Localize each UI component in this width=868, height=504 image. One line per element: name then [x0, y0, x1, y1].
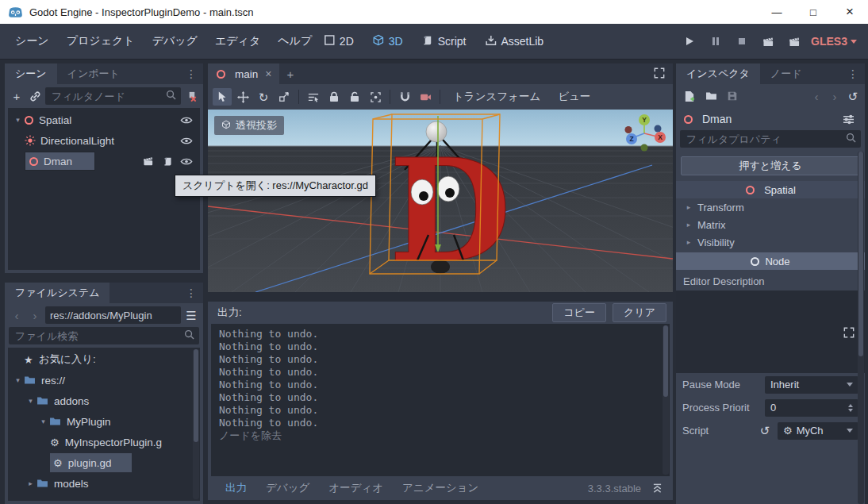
transform-menu[interactable]: トランスフォーム [445, 87, 548, 106]
visibility-eye-icon[interactable] [179, 111, 194, 129]
property-filter-input[interactable] [685, 133, 846, 146]
lock-button[interactable] [325, 88, 344, 106]
add-node-button[interactable]: + [9, 87, 25, 105]
split-mode-icon[interactable]: ☰ [183, 306, 199, 324]
workspace-2d[interactable]: 2D [325, 35, 354, 48]
list-select-button[interactable] [304, 88, 323, 106]
visibility-eye-icon[interactable] [179, 132, 194, 149]
fs-item-favorites[interactable]: ★ お気に入り: [8, 349, 200, 370]
projection-button[interactable]: 透視投影 [214, 116, 284, 135]
expand-icon[interactable]: ▸ [25, 479, 36, 487]
history-back-icon[interactable]: ‹ [808, 87, 824, 105]
fs-item-models[interactable]: ▸ models [8, 473, 200, 494]
menu-editor[interactable]: エディタ [206, 29, 269, 53]
tab-filesystem[interactable]: ファイルシステム [5, 283, 109, 303]
copy-button[interactable]: コピー [552, 303, 606, 322]
renderer-dropdown[interactable]: GLES3 [811, 35, 857, 48]
rotate-tool-button[interactable]: ↻ [254, 88, 273, 106]
section-visibility[interactable]: ▸ Visibility [676, 233, 865, 251]
revert-icon[interactable]: ↺ [757, 422, 773, 440]
expand-viewport-icon[interactable] [646, 67, 673, 81]
save-resource-button[interactable] [723, 87, 742, 105]
selected-node-box[interactable]: Dman [25, 152, 95, 171]
unlock-button[interactable] [345, 88, 364, 106]
camera-preview-button[interactable] [416, 88, 435, 106]
tab-scene[interactable]: シーン [5, 63, 57, 84]
scene-node-spatial[interactable]: ▾ Spatial [8, 110, 200, 130]
selected-file-box[interactable]: ⚙ plugin.gd [50, 453, 132, 472]
group-button[interactable] [366, 88, 385, 106]
dock-menu-icon[interactable]: ⋮ [841, 67, 865, 80]
menu-debug[interactable]: デバッグ [144, 29, 206, 53]
process-priority-spinbox[interactable]: 0 [765, 399, 858, 417]
stop-button[interactable] [732, 33, 751, 50]
fs-item-myplugin[interactable]: ▾ MyPlugin [8, 411, 200, 432]
menu-help[interactable]: ヘルプ [269, 29, 321, 53]
section-matrix[interactable]: ▸ Matrix [676, 216, 865, 233]
pause-button[interactable] [706, 33, 725, 50]
collapse-icon[interactable]: ▾ [37, 417, 49, 425]
new-resource-button[interactable] [680, 87, 699, 105]
open-script-icon[interactable] [159, 152, 175, 170]
play-scene-button[interactable] [759, 33, 778, 50]
tab-import[interactable]: インポート [57, 63, 130, 84]
fs-item-myinspectorplugin[interactable]: ⚙ MyInspectorPlugin.g [8, 432, 200, 452]
menu-project[interactable]: プロジェクト [58, 29, 144, 53]
maximize-button[interactable]: □ [795, 0, 832, 24]
scene-node-dman[interactable]: Dman [8, 151, 200, 171]
bottom-tab-animation[interactable]: アニメーション [393, 481, 488, 495]
instanced-scene-icon[interactable] [140, 152, 156, 170]
play-custom-scene-button[interactable] [785, 33, 804, 50]
load-resource-button[interactable] [701, 87, 720, 105]
close-tab-icon[interactable]: × [265, 67, 271, 80]
bottom-tab-output[interactable]: 出力 [216, 481, 256, 495]
category-spatial[interactable]: Spatial [676, 181, 865, 198]
category-node[interactable]: Node [676, 252, 865, 270]
path-breadcrumb[interactable]: res://addons/MyPlugin [45, 306, 181, 324]
clear-button[interactable]: クリア [613, 303, 666, 322]
expand-text-icon[interactable] [839, 324, 858, 341]
visibility-eye-icon[interactable] [179, 152, 194, 170]
collapse-panel-icon[interactable] [649, 479, 665, 497]
view-menu[interactable]: ビュー [550, 87, 598, 106]
output-log[interactable]: Nothing to undo. Nothing to undo. Nothin… [211, 324, 670, 476]
viewport-3d[interactable]: D 透視投影 [208, 110, 673, 292]
axis-gizmo[interactable]: Y X Z [622, 113, 666, 156]
scrollbar[interactable] [858, 152, 864, 504]
tune-sliders-icon[interactable] [839, 110, 858, 128]
nav-forward-icon[interactable]: › [27, 306, 43, 324]
script-dropdown[interactable]: ⚙ MyCh [778, 422, 858, 440]
menu-scene[interactable]: シーン [6, 29, 58, 53]
fs-item-plugin-gd[interactable]: ⚙ plugin.gd [8, 452, 200, 473]
collapse-icon[interactable]: ▾ [25, 397, 36, 405]
nav-back-icon[interactable]: ‹ [9, 306, 25, 324]
snap-button[interactable] [395, 88, 414, 106]
fs-item-res[interactable]: ▾ res:// [8, 370, 200, 391]
scene-tab-main[interactable]: main × [208, 63, 279, 84]
scrollbar[interactable] [663, 325, 669, 475]
file-search-input[interactable] [13, 329, 184, 343]
clear-script-button[interactable] [183, 87, 199, 105]
dock-menu-icon[interactable]: ⋮ [179, 67, 203, 80]
workspace-assetlib[interactable]: AssetLib [485, 35, 543, 48]
scene-filter-input[interactable] [50, 90, 166, 103]
workspace-script[interactable]: Script [422, 35, 467, 48]
dock-menu-icon[interactable]: ⋮ [179, 287, 203, 299]
bottom-tab-debugger[interactable]: デバッグ [256, 481, 319, 495]
collapse-icon[interactable]: ▾ [12, 376, 24, 384]
editor-description-field[interactable] [676, 290, 865, 373]
object-history-icon[interactable]: ↺ [845, 87, 861, 105]
workspace-3d[interactable]: 3D [373, 34, 403, 48]
scrollbar[interactable] [193, 349, 199, 499]
play-button[interactable] [680, 33, 699, 50]
collapse-icon[interactable]: ▾ [12, 116, 24, 124]
fs-item-addons[interactable]: ▾ addons [8, 391, 200, 411]
plugin-increment-button[interactable]: 押すと増える [681, 156, 860, 175]
history-forward-icon[interactable]: › [827, 87, 843, 105]
scene-node-directionallight[interactable]: DirectionalLight [8, 130, 200, 151]
select-tool-button[interactable] [213, 88, 232, 106]
move-tool-button[interactable] [233, 88, 252, 106]
spinner-arrows-icon[interactable] [848, 404, 853, 412]
tab-inspector[interactable]: インスペクタ [676, 63, 760, 84]
pause-mode-dropdown[interactable]: Inherit [765, 376, 858, 394]
